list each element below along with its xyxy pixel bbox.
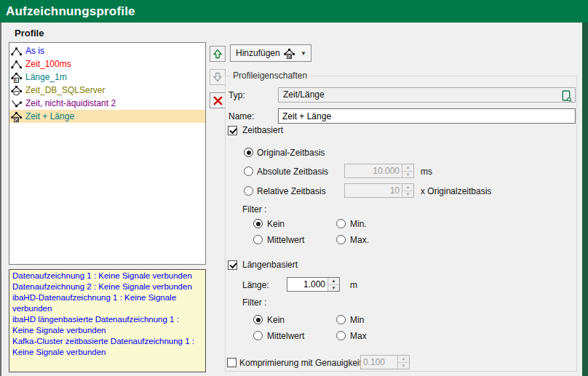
recording-profiles-dialog: Aufzeichnungsprofile Profile As is Zeit_… [0, 0, 588, 376]
time-filter-label: Filter : [242, 204, 266, 215]
list-item[interactable]: As is [9, 44, 205, 57]
time-filter-max-label: Max. [350, 235, 369, 245]
chevron-down-icon: ▼ [301, 50, 306, 57]
length-filter-mittelwert-radio[interactable] [253, 331, 263, 340]
info-line: ibaHD längenbasierte Datenaufzeichnung 1… [12, 314, 202, 336]
info-line: ibaHD-Datenaufzeichnung 1 : Keine Signal… [12, 292, 202, 314]
length-label: Länge: [242, 280, 269, 290]
spinner-down-icon[interactable]: ▼ [402, 172, 413, 178]
relative-unit-label: x Originalzeitbasis [421, 186, 491, 196]
spinner-up-icon[interactable]: ▲ [398, 356, 409, 363]
page-title: Aufzeichnungsprofile [6, 0, 135, 23]
spinner-up-icon[interactable]: ▲ [402, 184, 413, 191]
spinner-down-icon[interactable]: ▼ [402, 191, 413, 198]
dialog-header: Aufzeichnungsprofile [0, 0, 588, 23]
absolute-timebase-label: Absolute Zeitbasis [257, 167, 328, 177]
time-length-profile-icon: Q [11, 111, 22, 122]
original-timebase-label: Original-Zeitbasis [257, 148, 325, 158]
compression-spinner[interactable]: ▲▼ [360, 355, 410, 369]
length-filter-mittelwert-label: Mittelwert [267, 331, 304, 341]
typ-field: Zeit/Länge [278, 87, 576, 103]
list-item[interactable]: Zeit_100ms [9, 57, 205, 71]
time-filter-kein-label: Kein [267, 219, 285, 229]
length-filter-label: Filter : [242, 297, 266, 308]
add-profile-button[interactable]: Hinzufügen Q ▼ [230, 44, 311, 62]
length-filter-min-radio[interactable] [336, 315, 346, 324]
profile-type-browse-icon[interactable] [560, 89, 573, 103]
move-down-button[interactable] [210, 69, 226, 85]
absolute-timebase-radio[interactable] [244, 167, 253, 176]
length-filter-min-label: Min [350, 315, 364, 325]
time-profile-icon [11, 59, 22, 70]
list-item[interactable]: Zeit, nicht-äquidistant 2 [9, 97, 205, 110]
nonequidistant-profile-icon [11, 98, 22, 109]
typ-label: Typ: [229, 90, 245, 100]
time-length-profile-icon: Q [284, 48, 295, 59]
compression-label: Komprimierung mit Genauigkeit [239, 358, 362, 368]
length-filter-kein-label: Kein [267, 315, 285, 325]
absolute-timebase-spinner[interactable]: ▲▼ [344, 164, 414, 178]
list-item-label: Zeit + Länge [25, 111, 74, 121]
profile-list[interactable]: As is Zeit_100ms L Länge_1m Zeit_DB_SQLS… [9, 42, 206, 265]
length-filter-max-radio[interactable] [336, 331, 346, 340]
db-profile-icon [11, 85, 22, 96]
length-based-checkbox[interactable] [228, 260, 237, 270]
length-spinner[interactable]: ▲▼ [287, 277, 340, 292]
connection-info-box: Datenaufzeichnung 1 : Keine Signale verb… [9, 269, 206, 372]
add-button-label: Hinzufügen [236, 48, 280, 58]
list-item-selected[interactable]: Q Zeit + Länge [9, 110, 205, 123]
svg-text:Q: Q [287, 53, 291, 58]
relative-timebase-radio[interactable] [244, 186, 253, 196]
info-line: Kafka-Cluster zeitbasierte Datenaufzeich… [12, 336, 202, 358]
right-edge-strip [582, 23, 588, 376]
time-filter-mittelwert-label: Mittelwert [267, 235, 304, 245]
time-filter-min-radio[interactable] [336, 219, 346, 228]
delete-x-icon [212, 95, 223, 106]
move-up-button[interactable] [210, 46, 226, 62]
name-field[interactable] [278, 108, 576, 124]
length-filter-max-label: Max [350, 331, 367, 341]
original-timebase-radio[interactable] [244, 148, 253, 157]
spinner-down-icon[interactable]: ▼ [328, 285, 339, 292]
time-filter-max-radio[interactable] [336, 235, 346, 244]
spinner-down-icon[interactable]: ▼ [398, 363, 409, 369]
arrow-up-icon [212, 48, 223, 60]
name-label: Name: [229, 111, 254, 121]
info-line: Datenaufzeichnung 2 : Keine Signale verb… [12, 281, 202, 292]
relative-timebase-label: Relative Zeitbasis [257, 186, 326, 196]
info-line: Datenaufzeichnung 1 : Keine Signale verb… [12, 271, 202, 281]
relative-timebase-spinner[interactable]: ▲▼ [344, 183, 414, 198]
list-item-label: Zeit_DB_SQLServer [25, 85, 105, 95]
list-item-label: Länge_1m [25, 72, 67, 82]
list-item[interactable]: Zeit_DB_SQLServer [9, 84, 205, 97]
list-item-label: Zeit, nicht-äquidistant 2 [25, 98, 116, 108]
time-based-label: Zeitbasiert [242, 125, 283, 135]
list-item-label: Zeit_100ms [25, 59, 71, 69]
length-profile-icon: L [11, 72, 22, 83]
time-filter-min-label: Min. [350, 219, 367, 229]
length-unit-label: m [350, 280, 357, 290]
left-edge-border [0, 23, 1, 376]
spinner-up-icon[interactable]: ▲ [328, 278, 339, 285]
group-label: Profileigenschaften [230, 71, 310, 81]
typ-value: Zeit/Länge [283, 89, 325, 100]
length-based-label: Längenbasiert [242, 260, 298, 270]
list-item-label: As is [25, 46, 44, 56]
svg-text:L: L [15, 77, 18, 82]
absolute-unit-label: ms [421, 167, 432, 177]
arrow-down-icon [212, 71, 223, 83]
time-filter-mittelwert-radio[interactable] [253, 235, 263, 244]
delete-profile-button[interactable] [210, 92, 226, 108]
profiles-section-label: Profile [15, 28, 44, 39]
length-filter-kein-radio[interactable] [253, 315, 263, 324]
time-filter-kein-radio[interactable] [253, 219, 263, 228]
compression-checkbox[interactable] [227, 358, 237, 367]
time-profile-icon [11, 46, 22, 57]
svg-text:Q: Q [15, 116, 18, 121]
list-item[interactable]: L Länge_1m [9, 71, 205, 84]
time-based-checkbox[interactable] [228, 126, 237, 135]
spinner-up-icon[interactable]: ▲ [402, 164, 413, 172]
